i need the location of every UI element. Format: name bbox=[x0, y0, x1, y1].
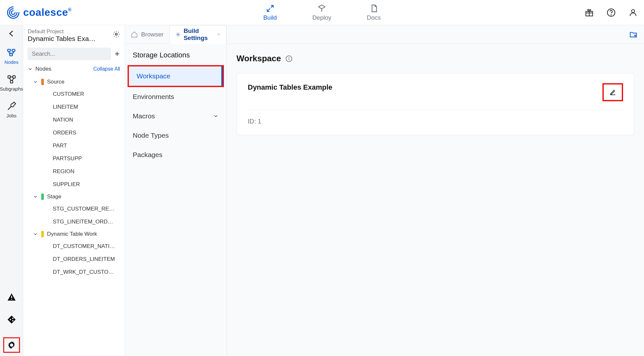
edit-highlight bbox=[602, 83, 623, 101]
tree-node-item[interactable]: CUSTOMER bbox=[23, 88, 120, 101]
chevron-down-icon bbox=[33, 232, 38, 237]
tree-node-item[interactable]: STG_LINEITEM_ORDERS bbox=[23, 215, 120, 228]
nav-deploy[interactable]: Deploy bbox=[312, 4, 331, 21]
svg-point-14 bbox=[12, 320, 13, 321]
svg-rect-7 bbox=[8, 76, 10, 78]
tree-node-item[interactable]: DT_CUSTOMER_NATIO… bbox=[23, 240, 120, 253]
svg-point-13 bbox=[12, 318, 13, 319]
tree-group-label: Dynamic Table Work bbox=[47, 231, 97, 237]
rail-nodes[interactable]: Nodes bbox=[5, 48, 18, 65]
tree-node-item[interactable]: REGION bbox=[23, 165, 120, 178]
tree-node-item[interactable]: STG_CUSTOMER_REGI… bbox=[23, 203, 120, 215]
user-icon[interactable] bbox=[629, 8, 638, 17]
workspace-id: ID: 1 bbox=[248, 118, 623, 125]
add-icon[interactable] bbox=[114, 50, 120, 58]
nav-build[interactable]: Build bbox=[263, 4, 277, 21]
svg-point-17 bbox=[177, 34, 178, 35]
tree-node-item[interactable]: LINEITEM bbox=[23, 101, 120, 114]
svg-rect-6 bbox=[10, 54, 13, 56]
svg-point-12 bbox=[10, 319, 11, 320]
rail-nodes-label: Nodes bbox=[5, 59, 18, 65]
nav-docs[interactable]: Docs bbox=[367, 4, 381, 21]
settings-item-node-types[interactable]: Node Types bbox=[125, 126, 226, 145]
sidebar-nodes-panel: Default Project Dynamic Tables Exa… Node… bbox=[23, 25, 125, 356]
group-color-swatch bbox=[41, 193, 44, 200]
search-input[interactable] bbox=[28, 48, 111, 60]
settings-tabs: Browser Build Settings bbox=[125, 25, 226, 44]
gift-icon[interactable] bbox=[585, 8, 594, 17]
svg-point-19 bbox=[289, 57, 289, 57]
help-icon[interactable] bbox=[607, 8, 616, 17]
brand-logo[interactable]: coalesce® bbox=[6, 6, 72, 19]
info-icon[interactable] bbox=[285, 55, 293, 62]
warning-icon[interactable] bbox=[7, 292, 16, 302]
tree-node-item[interactable]: ORDERS bbox=[23, 126, 120, 139]
content-header: Workspace bbox=[227, 44, 644, 73]
nodes-section-label: Nodes bbox=[35, 66, 51, 72]
tree-group-header[interactable]: Source bbox=[23, 76, 125, 88]
tree-group-header[interactable]: Stage bbox=[23, 191, 125, 203]
nav-deploy-label: Deploy bbox=[312, 14, 331, 21]
tree-node-item[interactable]: DT_WRK_DT_CUSTOME… bbox=[23, 266, 120, 279]
settings-gear-icon[interactable] bbox=[7, 340, 16, 350]
rail-jobs[interactable]: Jobs bbox=[6, 101, 17, 118]
group-color-swatch bbox=[41, 79, 44, 85]
home-icon bbox=[131, 31, 138, 38]
left-rail: Nodes Subgraphs Jobs bbox=[0, 25, 23, 356]
settings-heading: Storage Locations bbox=[125, 51, 226, 65]
folder-x-icon[interactable] bbox=[629, 30, 638, 39]
git-icon[interactable] bbox=[7, 315, 16, 324]
header-actions bbox=[585, 8, 638, 17]
settings-item-macros[interactable]: Macros bbox=[125, 106, 226, 126]
tree-group: Dynamic Table WorkDT_CUSTOMER_NATIO…DT_O… bbox=[23, 228, 125, 279]
nodes-icon bbox=[6, 48, 16, 57]
content-area: Workspace Dynamic Tables Example ID: 1 bbox=[227, 25, 644, 356]
tree-group-label: Source bbox=[47, 79, 64, 85]
tree-node-item[interactable]: NATION bbox=[23, 114, 120, 126]
sidebar-gear-icon[interactable] bbox=[112, 30, 120, 38]
edit-icon[interactable] bbox=[609, 88, 617, 96]
rail-settings-highlight bbox=[3, 337, 20, 353]
settings-item-workspace-label: Workspace bbox=[137, 72, 170, 80]
tab-browser[interactable]: Browser bbox=[125, 25, 169, 44]
settings-item-node-types-label: Node Types bbox=[133, 132, 169, 139]
svg-point-3 bbox=[631, 9, 634, 12]
tab-build-settings-label: Build Settings bbox=[184, 27, 212, 42]
close-icon[interactable] bbox=[217, 32, 220, 37]
subgraphs-icon bbox=[7, 74, 16, 84]
svg-rect-8 bbox=[13, 76, 15, 78]
tree-group-label: Stage bbox=[47, 193, 61, 200]
settings-item-environments[interactable]: Environments bbox=[125, 87, 226, 106]
chevron-down-icon bbox=[33, 79, 38, 84]
svg-rect-4 bbox=[8, 49, 11, 51]
nodes-section-header[interactable]: Nodes Collapse All bbox=[23, 63, 125, 75]
tab-build-settings[interactable]: Build Settings bbox=[169, 25, 226, 44]
back-arrow-icon[interactable] bbox=[7, 29, 16, 38]
nav-docs-label: Docs bbox=[367, 14, 381, 21]
build-icon bbox=[265, 4, 274, 13]
svg-rect-9 bbox=[10, 81, 13, 83]
tab-browser-label: Browser bbox=[141, 31, 164, 38]
rail-jobs-label: Jobs bbox=[6, 113, 17, 118]
nodes-tree: SourceCUSTOMERLINEITEMNATIONORDERSPARTPA… bbox=[23, 75, 125, 282]
nav-build-label: Build bbox=[263, 14, 277, 21]
settings-item-macros-label: Macros bbox=[133, 112, 155, 120]
svg-rect-11 bbox=[11, 299, 12, 300]
tree-node-item[interactable]: PARTSUPP bbox=[23, 152, 120, 165]
collapse-all-link[interactable]: Collapse All bbox=[93, 66, 120, 72]
brand-swirl-icon bbox=[6, 6, 20, 19]
tree-node-item[interactable]: SUPPLIER bbox=[23, 178, 120, 191]
tree-node-item[interactable]: PART bbox=[23, 139, 120, 152]
tree-node-item[interactable]: DT_ORDERS_LINEITEM bbox=[23, 253, 120, 266]
settings-item-workspace[interactable]: Workspace bbox=[129, 66, 223, 86]
svg-point-2 bbox=[611, 15, 611, 15]
settings-item-packages[interactable]: Packages bbox=[125, 145, 226, 164]
gear-icon bbox=[176, 31, 180, 38]
tree-group-header[interactable]: Dynamic Table Work bbox=[23, 228, 125, 240]
project-label: Default Project bbox=[28, 28, 110, 35]
settings-item-environments-label: Environments bbox=[133, 93, 174, 101]
svg-point-15 bbox=[10, 344, 13, 346]
content-title: Workspace bbox=[236, 54, 281, 64]
workspace-card: Dynamic Tables Example ID: 1 bbox=[236, 73, 634, 135]
rail-subgraphs[interactable]: Subgraphs bbox=[0, 74, 23, 92]
